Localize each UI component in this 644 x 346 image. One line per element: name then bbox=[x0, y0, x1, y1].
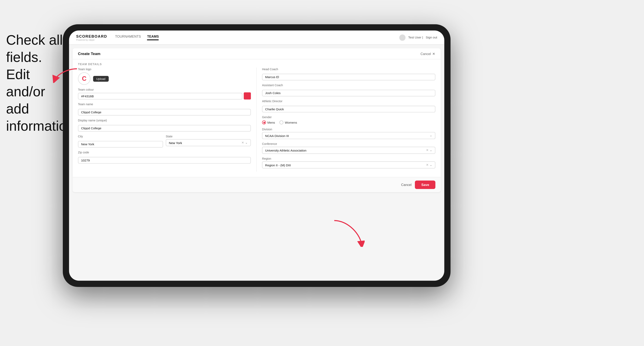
form-left: Team logo C Upload Team colour bbox=[78, 67, 257, 172]
instruction-text: Check all fields. Edit and/or add inform… bbox=[6, 31, 69, 135]
conference-group: Conference University Athletic Associati… bbox=[262, 142, 435, 154]
head-coach-input[interactable] bbox=[262, 74, 435, 80]
nav-links: TOURNAMENTS TEAMS bbox=[115, 35, 399, 40]
radio-mens-icon bbox=[262, 120, 266, 124]
footer-cancel-button[interactable]: Cancel bbox=[401, 183, 412, 187]
zip-label: Zip code bbox=[78, 151, 251, 154]
division-group: Division NCAA Division III ⌄ bbox=[262, 128, 435, 139]
division-label: Division bbox=[262, 128, 435, 131]
gender-label: Gender bbox=[262, 116, 435, 119]
assistant-coach-group: Assistant Coach bbox=[262, 84, 435, 97]
display-name-label: Display name (unique) bbox=[78, 119, 251, 122]
athletic-director-group: Athletic Director bbox=[262, 100, 435, 113]
state-select-wrapper: New York ✕ ⌄ bbox=[166, 139, 251, 146]
region-group: Region Region II - (M) DIII ✕ ⌄ bbox=[262, 157, 435, 169]
navbar: SCOREBOARD Powered by clippd TOURNAMENTS… bbox=[69, 30, 444, 45]
conference-chevron-icon: ⌄ bbox=[430, 149, 432, 152]
save-button[interactable]: Save bbox=[415, 180, 435, 189]
state-clear-icon[interactable]: ✕ bbox=[242, 141, 244, 145]
gender-mens-option[interactable]: Mens bbox=[262, 120, 275, 124]
cancel-x-button[interactable]: Cancel ✕ bbox=[420, 52, 435, 56]
city-label: City bbox=[78, 135, 163, 138]
create-team-panel: Create Team Cancel ✕ TEAM DETAILS bbox=[72, 48, 440, 192]
left-arrow bbox=[51, 67, 79, 83]
upload-button[interactable]: Upload bbox=[93, 76, 108, 82]
team-colour-group: Team colour bbox=[78, 88, 251, 100]
region-select[interactable]: Region II - (M) DIII ✕ ⌄ bbox=[262, 162, 435, 169]
panel-footer: Cancel Save bbox=[72, 177, 440, 192]
right-arrow bbox=[332, 218, 365, 247]
tablet-frame: SCOREBOARD Powered by clippd TOURNAMENTS… bbox=[63, 24, 450, 287]
athletic-director-label: Athletic Director bbox=[262, 100, 435, 103]
team-name-label: Team name bbox=[78, 103, 251, 106]
zip-group: Zip code bbox=[78, 151, 251, 164]
conference-select[interactable]: University Athletic Association ✕ ⌄ bbox=[262, 147, 435, 154]
sign-out-link[interactable]: Sign out bbox=[426, 36, 437, 39]
team-logo-label: Team logo bbox=[78, 67, 251, 70]
form-right: Head Coach Assistant Coach Athletic Dire… bbox=[257, 67, 435, 172]
state-label: State bbox=[166, 135, 251, 138]
display-name-group: Display name (unique) bbox=[78, 119, 251, 132]
state-value: New York bbox=[169, 141, 242, 144]
state-group: State New York ✕ ⌄ bbox=[166, 135, 251, 148]
assistant-coach-input[interactable] bbox=[262, 90, 435, 96]
nav-teams[interactable]: TEAMS bbox=[147, 35, 159, 40]
conference-label: Conference bbox=[262, 142, 435, 145]
logo: SCOREBOARD Powered by clippd bbox=[76, 34, 107, 41]
assistant-coach-label: Assistant Coach bbox=[262, 84, 435, 87]
gender-group: Gender Mens bbox=[262, 116, 435, 124]
division-select[interactable]: NCAA Division III ⌄ bbox=[262, 132, 435, 139]
athletic-director-input[interactable] bbox=[262, 106, 435, 113]
region-label: Region bbox=[262, 157, 435, 160]
head-coach-label: Head Coach bbox=[262, 67, 435, 70]
division-chevron-icon: ⌄ bbox=[430, 134, 432, 137]
head-coach-group: Head Coach bbox=[262, 67, 435, 80]
city-state-row: City State New York ✕ ⌄ bbox=[78, 135, 251, 148]
zip-input[interactable] bbox=[78, 157, 251, 164]
radio-womens-icon bbox=[279, 120, 284, 124]
conference-clear-icon[interactable]: ✕ bbox=[426, 149, 429, 152]
user-avatar-icon bbox=[399, 34, 406, 41]
team-name-group: Team name bbox=[78, 103, 251, 116]
team-logo-group: Team logo C Upload bbox=[78, 67, 251, 85]
city-group: City bbox=[78, 135, 163, 148]
region-chevron-icon: ⌄ bbox=[430, 163, 432, 167]
state-chevron-icon[interactable]: ⌄ bbox=[245, 141, 248, 145]
form-grid: Team logo C Upload Team colour bbox=[72, 67, 440, 177]
section-label: TEAM DETAILS bbox=[72, 59, 440, 68]
display-name-input[interactable] bbox=[78, 125, 251, 132]
team-logo-circle: C bbox=[78, 72, 90, 85]
region-clear-icon[interactable]: ✕ bbox=[426, 163, 429, 167]
gender-options: Mens Womens bbox=[262, 120, 435, 124]
city-input[interactable] bbox=[78, 141, 163, 148]
main-content: Create Team Cancel ✕ TEAM DETAILS bbox=[69, 45, 444, 281]
colour-swatch bbox=[244, 92, 251, 100]
panel-header: Create Team Cancel ✕ bbox=[72, 48, 440, 59]
team-colour-input[interactable] bbox=[78, 93, 242, 99]
team-colour-label: Team colour bbox=[78, 88, 251, 91]
panel-title: Create Team bbox=[78, 51, 100, 56]
nav-tournaments[interactable]: TOURNAMENTS bbox=[115, 35, 141, 40]
gender-womens-option[interactable]: Womens bbox=[279, 120, 297, 124]
team-name-input[interactable] bbox=[78, 109, 251, 116]
nav-user: Test User | Sign out bbox=[399, 34, 437, 41]
